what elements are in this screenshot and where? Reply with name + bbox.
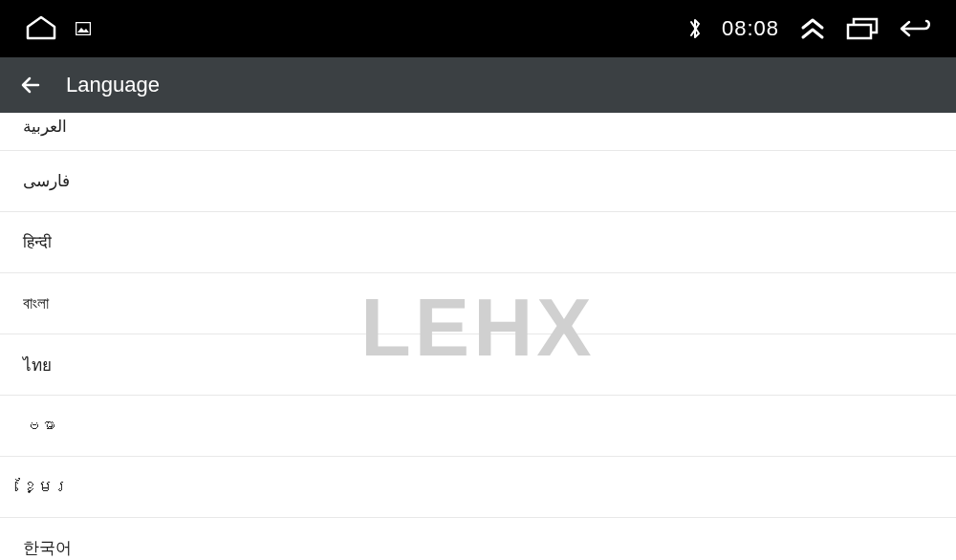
bluetooth-icon	[687, 16, 703, 41]
chevron-up-double-icon[interactable]	[798, 16, 827, 41]
language-label: 한국어	[23, 537, 72, 559]
language-label: فارسی	[23, 171, 70, 191]
language-label: ខ្មែរ	[23, 478, 69, 497]
list-item[interactable]: فارسی	[0, 151, 956, 212]
picture-icon	[76, 22, 91, 35]
home-icon[interactable]	[24, 15, 58, 42]
list-item[interactable]: বাংলা	[0, 273, 956, 334]
back-arrow-icon[interactable]	[19, 74, 42, 97]
list-item[interactable]: العربية	[0, 113, 956, 151]
language-label: বাংলা	[23, 294, 49, 313]
status-bar: 08:08	[0, 0, 956, 57]
back-icon[interactable]	[898, 17, 932, 40]
language-label: हिन्दी	[23, 233, 52, 252]
language-list[interactable]: LEHX العربية فارسی हिन्दी বাংলা ไทย ဗမာ …	[0, 113, 956, 560]
list-item[interactable]: ไทย	[0, 334, 956, 396]
app-bar: Language	[0, 57, 956, 113]
recent-apps-icon[interactable]	[846, 17, 879, 40]
status-time: 08:08	[722, 16, 779, 41]
list-item[interactable]: ဗမာ	[0, 396, 956, 457]
language-label: العربية	[23, 117, 67, 137]
svg-rect-1	[848, 25, 871, 38]
language-label: ไทย	[23, 352, 52, 377]
list-item[interactable]: 한국어	[0, 518, 956, 560]
svg-rect-0	[76, 23, 91, 35]
list-item[interactable]: हिन्दी	[0, 212, 956, 273]
language-label: ဗမာ	[23, 417, 55, 436]
page-title: Language	[66, 73, 160, 97]
list-item[interactable]: ខ្មែរ	[0, 457, 956, 518]
